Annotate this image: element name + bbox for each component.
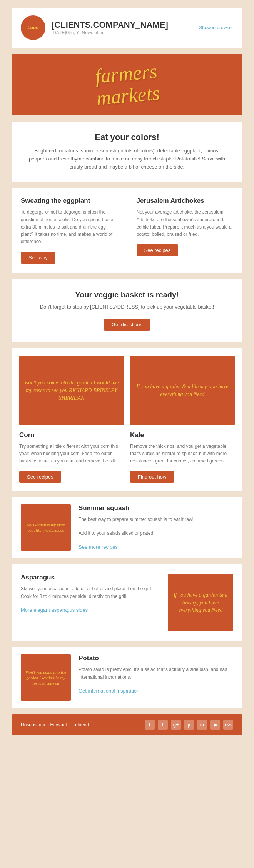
asparagus-card: Asparagus Skewer your asparagus, add oil… [12, 564, 242, 641]
kale-image: If you have a garden & a library, you ha… [130, 356, 235, 425]
summer-squash-card: My Garden is my most beautiful masterpie… [12, 497, 242, 558]
find-out-how-button[interactable]: Find out how [130, 471, 174, 483]
get-directions-button[interactable]: Get directions [104, 319, 150, 331]
corn-quote: Won't you come into the garden I would l… [19, 374, 124, 406]
asparagus-text-col: Asparagus Skewer your asparagus, add oil… [21, 574, 160, 613]
kale-quote: If you have a garden & a library, you ha… [130, 378, 235, 402]
footer: Unsubscribe | Forward to a friend t f g+… [12, 714, 242, 735]
kale-text: Remove the thick ribs, and you get a veg… [130, 443, 235, 465]
potato-image: Won't you come into the garden I would l… [21, 654, 71, 701]
asparagus-image: If you have a garden & a library, you ha… [168, 574, 233, 631]
potato-text-col: Potato Potato salad is pretty epic: it's… [79, 654, 233, 694]
veggie-images: Won't you come into the garden I would l… [19, 356, 235, 425]
squash-text2: Add it to your salads sliced or grated. [79, 530, 233, 537]
logo-circle: Logo [21, 15, 45, 40]
potato-text: Potato salad is pretty epic: it's a sala… [79, 666, 233, 681]
intro-title: Eat your colors! [27, 132, 227, 142]
company-name: [CLIENTS.COMPANY_NAME] [52, 20, 193, 30]
eggplant-col: Sweating the eggplant To degorge or not … [21, 197, 118, 264]
eggplant-text: To degorge or not to degorge, is often t… [21, 209, 118, 245]
asparagus-link[interactable]: More elegant asparagus sides [21, 607, 88, 613]
column-divider [127, 197, 127, 264]
corn-text-col: Corn Try something a little different wi… [19, 431, 124, 483]
squash-quote: My Garden is my most beautiful masterpie… [21, 519, 71, 536]
corn-image: Won't you come into the garden I would l… [19, 356, 124, 425]
banner-text: farmers markets [94, 60, 160, 109]
potato-quote: Won't you come into the garden I would l… [21, 666, 71, 689]
see-more-recipes-link[interactable]: See more recipes [79, 544, 118, 550]
squash-title: Summer squash [79, 504, 233, 512]
instagram-icon[interactable]: in [197, 720, 207, 730]
logo-text: Logo [27, 25, 38, 30]
artichoke-text: Not your average artichoke, the Jerusale… [137, 209, 234, 238]
intro-card: Eat your colors! Bright red tomatoes, su… [12, 122, 242, 182]
veggie-basket-card: Your veggie basket is ready! Don't forge… [12, 279, 242, 342]
potato-link[interactable]: Get international inspiration [79, 688, 139, 694]
pinterest-icon[interactable]: p [184, 720, 194, 730]
intro-text: Bright red tomatoes, summer squash (in l… [27, 147, 227, 171]
rss-icon[interactable]: rss [223, 720, 233, 730]
artichoke-col: Jerusalem Artichokes Not your average ar… [137, 197, 234, 264]
potato-title: Potato [79, 654, 233, 662]
kale-title: Kale [130, 431, 235, 439]
basket-text: Don't forget to stop by [CLIENTS.ADDRESS… [27, 303, 227, 311]
see-why-button[interactable]: See why [21, 252, 55, 264]
squash-text1: The best way to prepare summer squash is… [79, 516, 233, 523]
asparagus-title: Asparagus [21, 574, 160, 581]
potato-card: Won't you come into the garden I would l… [12, 647, 242, 708]
footer-separator: | [47, 722, 50, 728]
facebook-icon[interactable]: f [158, 720, 168, 730]
kale-text-col: Kale Remove the thick ribs, and you get … [130, 431, 235, 483]
unsubscribe-link[interactable]: Unsubscribe [21, 722, 47, 728]
corn-title: Corn [19, 431, 124, 439]
squash-text-col: Summer squash The best way to prepare su… [79, 504, 233, 550]
social-icons: t f g+ p in ▶ rss [145, 720, 233, 730]
show-in-browser-link[interactable]: Show in browser [199, 25, 233, 30]
two-col-eggplant-artichoke: Sweating the eggplant To degorge or not … [12, 188, 242, 273]
see-recipes-corn-button[interactable]: See recipes [19, 471, 61, 483]
twitter-icon[interactable]: t [145, 720, 155, 730]
header-info: [CLIENTS.COMPANY_NAME] [DATE|0|m, Y] New… [52, 20, 193, 35]
forward-link[interactable]: Forward to a friend [50, 722, 89, 728]
asparagus-quote: If you have a garden & a library, you ha… [168, 587, 233, 619]
asparagus-text: Skewer your asparagus, add oil or butter… [21, 585, 160, 600]
googleplus-icon[interactable]: g+ [171, 720, 181, 730]
corn-kale-card: Won't you come into the garden I would l… [12, 348, 242, 491]
see-recipes-artichoke-button[interactable]: See recipes [137, 244, 179, 256]
corn-text: Try something a little different with yo… [19, 443, 124, 465]
banner: farmers markets [12, 54, 242, 115]
eggplant-title: Sweating the eggplant [21, 197, 118, 205]
youtube-icon[interactable]: ▶ [210, 720, 220, 730]
basket-title: Your veggie basket is ready! [27, 290, 227, 299]
squash-image: My Garden is my most beautiful masterpie… [21, 504, 71, 551]
newsletter-date: [DATE|0|m, Y] Newsletter [52, 30, 193, 35]
artichoke-title: Jerusalem Artichokes [137, 197, 234, 205]
footer-links: Unsubscribe | Forward to a friend [21, 722, 89, 728]
header-card: Logo [CLIENTS.COMPANY_NAME] [DATE|0|m, Y… [12, 8, 242, 48]
